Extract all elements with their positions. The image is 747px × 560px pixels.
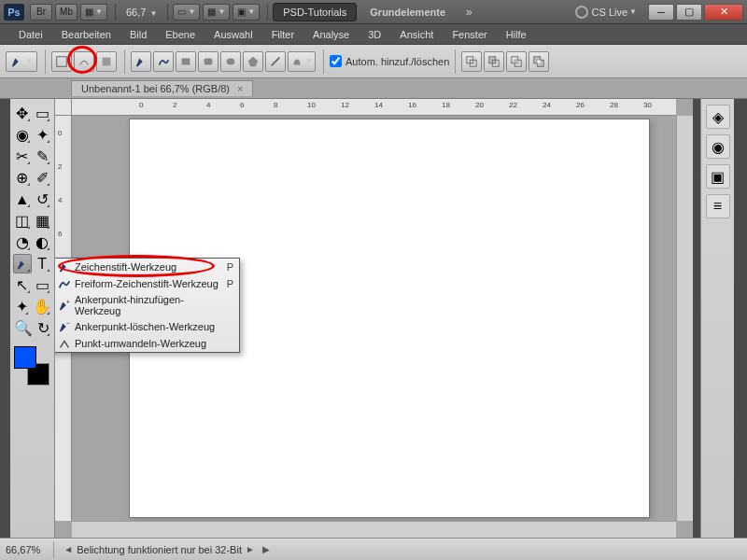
window-close-button[interactable]: ✕ (704, 4, 743, 21)
menu-ansicht[interactable]: Ansicht (390, 26, 443, 43)
svg-line-6 (272, 57, 280, 65)
brush-tool[interactable]: ✐ (34, 168, 52, 188)
more-workspaces-icon[interactable]: » (466, 6, 472, 19)
arrange-button[interactable]: ▦▼ (203, 4, 230, 21)
svg-point-4 (227, 58, 235, 64)
close-icon[interactable]: × (237, 83, 243, 94)
path-select-tool[interactable]: ↖ (13, 275, 32, 295)
menu-3d[interactable]: 3D (359, 26, 390, 43)
3d-tool[interactable]: ✦ (13, 297, 30, 316)
shape-custom-button[interactable]: ▼ (288, 51, 316, 72)
paths-button[interactable] (74, 51, 94, 72)
menu-ebene[interactable]: Ebene (156, 26, 204, 43)
hand-tool[interactable]: ✋ (32, 297, 51, 316)
shape-roundrect-button[interactable] (198, 51, 218, 72)
history-brush-tool[interactable]: ↺ (34, 189, 52, 209)
window-maximize-button[interactable]: ▢ (676, 4, 702, 21)
menu-filter[interactable]: Filter (262, 26, 303, 43)
document-tab[interactable]: Unbenannt-1 bei 66,7% (RGB/8) × (71, 80, 253, 96)
history-panel-icon[interactable]: ≡ (706, 194, 730, 218)
shape-tool[interactable]: ▭ (34, 275, 52, 295)
shape-rect-button[interactable] (176, 51, 196, 72)
flyout-item-delete-anchor[interactable]: − Ankerpunkt-löschen-Werkzeug (55, 318, 239, 335)
freeform-pen-mode-button[interactable] (153, 51, 174, 72)
flyout-item-add-anchor[interactable]: + Ankerpunkt-hinzufügen-Werkzeug (55, 292, 239, 318)
workspace-tab-grund[interactable]: Grundelemente (360, 4, 455, 21)
menu-auswahl[interactable]: Auswahl (204, 26, 262, 43)
stamp-tool[interactable]: ▲ (13, 189, 32, 209)
adjustments-panel-icon[interactable]: ▣ (706, 164, 730, 189)
layers-panel-icon[interactable]: ◈ (706, 105, 730, 129)
path-add-button[interactable] (461, 51, 482, 72)
eyedropper-tool[interactable]: ✎ (34, 147, 52, 166)
panel-dock: ◈ ◉ ▣ ≡ (700, 99, 734, 538)
menu-analyse[interactable]: Analyse (303, 26, 359, 43)
path-subtract-button[interactable] (484, 51, 504, 72)
tool-preset-pen-icon[interactable]: ▼ (6, 51, 37, 72)
eraser-tool[interactable]: ◫ (13, 211, 32, 231)
status-menu-icon[interactable]: ▶ (262, 544, 270, 554)
workspace-tab-psd[interactable]: PSD-Tutorials (273, 3, 357, 21)
status-prev-icon[interactable]: ◄ (63, 544, 73, 554)
svg-marker-5 (248, 56, 259, 66)
path-exclude-button[interactable] (529, 51, 549, 72)
freeform-pen-icon (56, 277, 73, 290)
ps-logo: Ps (4, 4, 24, 21)
pen-tool[interactable] (13, 254, 32, 273)
crop-tool[interactable]: ✂ (13, 147, 32, 166)
shape-ellipse-button[interactable] (220, 51, 241, 72)
path-intersect-button[interactable] (506, 51, 527, 72)
bridge-button[interactable]: Br (30, 4, 52, 21)
fill-pixels-button[interactable] (96, 51, 117, 72)
menu-datei[interactable]: Datei (9, 26, 52, 43)
scrollbar-vertical[interactable] (676, 116, 693, 521)
dodge-tool[interactable]: ◐ (34, 232, 52, 252)
svg-rect-16 (538, 60, 542, 63)
layout-button[interactable]: ▦▼ (80, 4, 107, 21)
shape-polygon-button[interactable] (243, 51, 263, 72)
flyout-item-pen[interactable]: ■ Zeichenstift-Werkzeug P (55, 259, 239, 275)
menu-bearbeiten[interactable]: Bearbeiten (52, 26, 120, 43)
shape-layers-button[interactable] (51, 51, 72, 72)
minibridge-button[interactable]: Mb (55, 4, 78, 21)
color-swatches[interactable] (12, 346, 53, 387)
svg-rect-3 (204, 58, 213, 64)
cs-live[interactable]: CS Live ▼ (575, 6, 637, 19)
move-tool[interactable]: ✥ (13, 104, 32, 123)
zoom-level[interactable]: 66,7 ▼ (126, 7, 158, 18)
scrollbar-horizontal[interactable] (72, 521, 676, 538)
ruler-horizontal[interactable]: 0 2 4 6 8 10 12 14 16 18 20 22 24 26 28 … (72, 99, 676, 116)
ruler-corner[interactable] (55, 99, 72, 116)
zoom-tool[interactable]: 🔍 (13, 318, 33, 338)
menu-fenster[interactable]: Fenster (443, 26, 496, 43)
rotate-view-tool[interactable]: ↻ (35, 318, 51, 338)
convert-point-icon (56, 337, 73, 350)
right-docker-strip[interactable] (693, 99, 700, 538)
foreground-color[interactable] (14, 346, 36, 369)
menu-hilfe[interactable]: Hilfe (497, 26, 536, 43)
wand-tool[interactable]: ✦ (34, 125, 52, 145)
options-bar: ▼ ▼ Autom. hinzuf./löschen (0, 45, 747, 78)
marquee-tool[interactable]: ▭ (34, 104, 52, 123)
flyout-item-freeform[interactable]: Freiform-Zeichenstift-Werkzeug P (55, 275, 239, 292)
left-docker-strip[interactable] (0, 99, 10, 538)
window-minimize-button[interactable]: ─ (648, 4, 674, 21)
screen-mode-button[interactable]: ▣▼ (233, 4, 260, 21)
status-bar: 66,67% ◄ Belichtung funktioniert nur bei… (0, 538, 747, 560)
status-next-icon[interactable]: ► (246, 544, 255, 554)
auto-add-delete-checkbox[interactable]: Autom. hinzuf./löschen (330, 55, 449, 67)
toolbox: ✥▭ ◉✦ ✂✎ ⊕✐ ▲↺ ◫▦ ◔◐ T ↖▭ ✦✋ 🔍↻ (10, 99, 55, 538)
healing-tool[interactable]: ⊕ (13, 168, 32, 188)
status-zoom[interactable]: 66,67% (6, 544, 48, 555)
lasso-tool[interactable]: ◉ (13, 125, 32, 145)
shape-line-button[interactable] (265, 51, 286, 72)
flyout-item-convert[interactable]: Punkt-umwandeln-Werkzeug (55, 335, 239, 352)
type-tool[interactable]: T (34, 254, 52, 273)
color-panel-icon[interactable]: ◉ (706, 134, 730, 159)
blur-tool[interactable]: ◔ (13, 232, 32, 252)
menu-bild[interactable]: Bild (120, 26, 156, 43)
pen-tool-mode-button[interactable] (131, 51, 151, 72)
svg-text:+: + (66, 299, 70, 305)
view-extras-button[interactable]: ▭▼ (173, 4, 200, 21)
gradient-tool[interactable]: ▦ (34, 211, 52, 231)
